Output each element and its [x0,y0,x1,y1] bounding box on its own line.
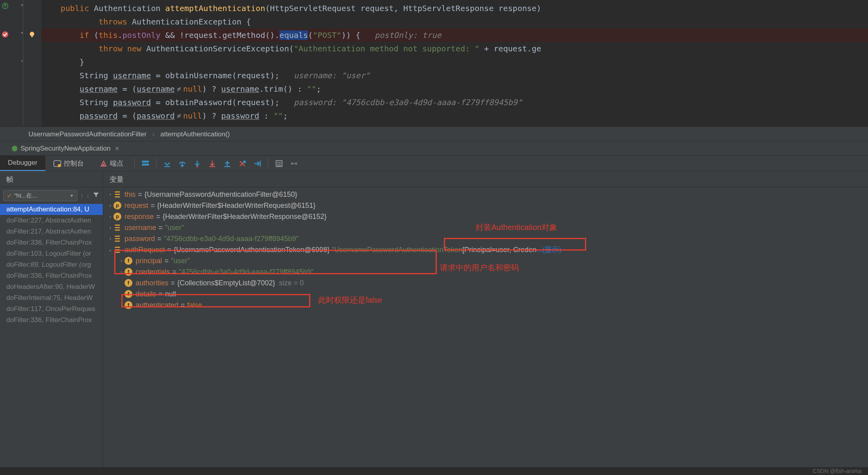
parameter-icon: p [113,213,121,221]
frames-header: 帧 [0,172,103,187]
run-config-tab[interactable]: SpringSecurityNewApplication [21,145,111,153]
stack-frame[interactable]: doFilter:89, LogoutFilter (org [0,259,103,270]
svg-rect-17 [291,162,293,164]
annotation-text: 封装Authentication对象 [476,222,557,233]
field-icon: f [125,257,132,265]
object-icon [113,246,121,254]
svg-rect-12 [260,160,261,166]
parameter-icon: p [113,202,121,209]
show-full-value-link[interactable]: ...(显示) [536,244,561,255]
stack-frame[interactable]: doFilter:336, FilterChainProx [0,270,103,281]
svg-point-2 [30,32,34,36]
trace-current-stream-icon[interactable] [287,157,301,170]
field-icon: f [125,301,132,309]
debugger-body: 帧 ✓ "ht...在... ▼ ↑ ↓ attemptAuthenticati… [0,172,868,467]
breakpoint-icon[interactable] [2,31,9,38]
fold-toggle-icon[interactable]: ▾ [21,30,23,36]
run-status-icon [12,146,17,151]
stack-frame[interactable]: doFilter:336, FilterChainProx [0,237,103,248]
variables-header: 变量 [103,172,868,187]
var-row-authrequest[interactable]: ⌄ authRequest={UsernamePasswordAuthentic… [103,244,868,255]
stack-frame[interactable]: doFilterInternal:75, HeaderW [0,292,103,303]
annotation-text: 请求中的用户名和密码 [440,262,519,273]
stack-frame[interactable]: doFilter:117, OncePerReques [0,303,103,315]
filter-icon[interactable] [92,191,100,200]
fold-end-icon: ▵ [21,58,23,63]
var-row-request[interactable]: › p request={HeaderWriterFilter$HeaderWr… [103,200,868,211]
var-row-authenticated[interactable]: › f authenticated=false [103,300,868,311]
svg-rect-11 [243,160,245,163]
object-icon [113,224,121,232]
svg-rect-3 [31,36,33,37]
svg-rect-6 [142,160,149,162]
var-row-authorities[interactable]: › f authorities={Collections$EmptyList@7… [103,277,868,288]
svg-rect-9 [209,166,215,167]
expand-icon[interactable]: › [107,189,113,200]
next-frame-icon[interactable]: ↓ [87,192,89,199]
expand-icon[interactable]: › [118,255,125,266]
var-row-password[interactable]: › password="4756cdbb-e3a0-4d9d-aaaa-f279… [103,233,868,244]
tab-debugger[interactable]: Debugger [0,156,45,171]
stack-frame[interactable]: doFilter:336, FilterChainProx [0,315,103,326]
expand-icon[interactable]: › [107,211,113,222]
close-icon[interactable]: ✕ [115,145,120,152]
stack-frame[interactable]: doFilter:227, AbstractAuthen [0,215,103,226]
stack-frame[interactable]: doHeadersAfter:90, HeaderW [0,281,103,292]
evaluate-expression-icon[interactable] [272,157,286,170]
annotation-text: 此时权限还是false [318,295,382,305]
lightbulb-icon[interactable] [28,31,36,38]
variables-list[interactable]: › this={UsernamePasswordAuthenticationFi… [103,187,868,311]
var-row-this[interactable]: › this={UsernamePasswordAuthenticationFi… [103,189,868,200]
code-editor: ▾ ▾ ▵ public Authentication attemptAuthe… [0,0,868,126]
stack-frame[interactable]: doFilter:103, LogoutFilter (or [0,248,103,259]
prev-frame-icon[interactable]: ↑ [81,192,83,199]
expand-icon[interactable]: › [107,233,113,244]
svg-point-1 [2,31,8,38]
thread-selector[interactable]: ✓ "ht...在... ▼ [3,190,77,201]
svg-rect-10 [224,166,230,167]
stack-frame[interactable]: doFilter:217, AbstractAuthen [0,226,103,237]
step-into-icon[interactable] [191,157,204,170]
step-over-icon[interactable] [175,157,189,170]
object-icon [113,235,121,243]
code-area[interactable]: public Authentication attemptAuthenticat… [42,0,868,126]
show-execution-point-icon[interactable] [160,157,174,170]
collapse-icon[interactable]: ⌄ [107,244,113,255]
frames-list[interactable]: attemptAuthentication:84, U doFilter:227… [0,204,103,326]
field-icon: f [125,279,132,287]
breadcrumb-method[interactable]: attemptAuthentication() [160,130,230,138]
tab-threads[interactable]: 端点 [92,156,131,171]
svg-rect-8 [196,166,198,167]
step-out-icon[interactable] [221,157,234,170]
watermark: CSDN @fish-aroma [813,468,862,474]
override-icon[interactable] [2,3,9,10]
breadcrumb: UsernamePasswordAuthenticationFilter › a… [0,126,868,141]
layout-icon[interactable] [139,157,152,170]
breadcrumb-class[interactable]: UsernamePasswordAuthenticationFilter [28,130,147,138]
frames-toolbar: ✓ "ht...在... ▼ ↑ ↓ [0,187,103,204]
force-step-into-icon[interactable] [206,157,219,170]
run-config-tabs: SpringSecurityNewApplication ✕ [0,141,868,156]
svg-rect-18 [295,162,297,164]
tab-console[interactable]: 控制台 [45,156,92,171]
svg-rect-7 [142,164,149,166]
expand-icon[interactable]: › [107,200,113,211]
chevron-down-icon: ▼ [70,193,74,198]
variables-pane: 变量 › this={UsernamePasswordAuthenticatio… [103,172,868,467]
drop-frame-icon[interactable] [236,157,249,170]
frames-pane: 帧 ✓ "ht...在... ▼ ↑ ↓ attemptAuthenticati… [0,172,103,467]
expand-icon[interactable]: › [118,266,125,277]
stack-frame[interactable]: attemptAuthentication:84, U [0,204,103,215]
field-icon: f [125,290,132,298]
svg-point-5 [58,164,61,167]
editor-gutter: ▾ ▾ ▵ [0,0,42,126]
object-icon [113,190,121,198]
chevron-right-icon: › [152,130,155,138]
check-icon: ✓ [7,192,12,200]
run-to-cursor-icon[interactable] [251,157,264,170]
var-row-response[interactable]: › p response={HeaderWriterFilter$HeaderW… [103,211,868,222]
fold-toggle-icon[interactable]: ▾ [21,2,23,8]
field-icon: f [125,268,132,276]
expand-icon[interactable]: › [107,222,113,233]
var-row-details[interactable]: › f details=null [103,288,868,300]
